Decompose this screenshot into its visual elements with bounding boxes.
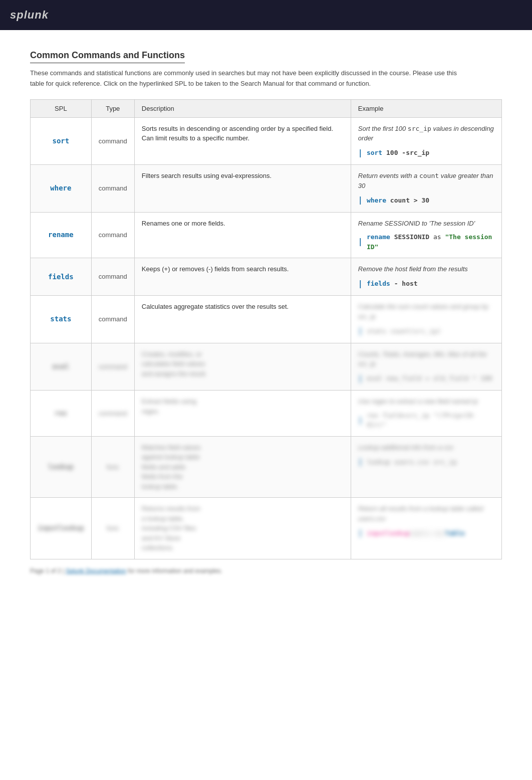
example-rename: Rename SESSIONID to 'The session ID' | r… xyxy=(351,212,501,258)
spl-fields[interactable]: fields xyxy=(31,258,92,296)
spl-rename[interactable]: rename xyxy=(31,212,92,258)
type-rename: command xyxy=(91,212,134,258)
type-where: command xyxy=(91,165,134,213)
example-inputlookup: Return all results from a lookup table c… xyxy=(351,498,501,559)
table-row: stats command Calculates aggregate stati… xyxy=(31,296,502,343)
spl-lookup[interactable]: lookup xyxy=(31,436,92,498)
table-row: lookup func Matches field values against… xyxy=(31,436,502,498)
table-row: inputlookup func Returns results from a … xyxy=(31,498,502,559)
type-eval: command xyxy=(91,343,134,391)
col-header-type: Type xyxy=(91,99,134,117)
table-row: fields command Keeps (+) or removes (-) … xyxy=(31,258,502,296)
desc-sort: Sorts results in descending or ascending… xyxy=(134,117,351,165)
desc-where: Filters search results using eval-expres… xyxy=(134,165,351,213)
desc-rename: Renames one or more fields. xyxy=(134,212,351,258)
spl-eval[interactable]: eval xyxy=(31,343,92,391)
table-row: sort command Sorts results in descending… xyxy=(31,117,502,165)
example-fields: Remove the host field from the results |… xyxy=(351,258,501,296)
spl-stats[interactable]: stats xyxy=(31,296,92,343)
table-row: rex command Extract fields using regex. … xyxy=(31,391,502,437)
example-stats: Calculate the sum count values and group… xyxy=(351,296,501,343)
type-sort: command xyxy=(91,117,134,165)
footer-note: Page 1 of 2 | Splunk Documentation for m… xyxy=(30,567,502,574)
example-sort: Sort the first 100 src_ip values in desc… xyxy=(351,117,501,165)
example-where: Return events with a count value greater… xyxy=(351,165,501,213)
type-stats: command xyxy=(91,296,134,343)
col-header-description: Description xyxy=(134,99,351,117)
desc-inputlookup: Returns results from a lookup table, inc… xyxy=(134,498,351,559)
spl-sort[interactable]: sort xyxy=(31,117,92,165)
main-content: Common Commands and Functions These comm… xyxy=(0,30,532,605)
header: splunk xyxy=(0,0,532,30)
desc-lookup: Matches field values against lookup tabl… xyxy=(134,436,351,498)
spl-inputlookup[interactable]: inputlookup xyxy=(31,498,92,559)
footer-link[interactable]: Splunk Documentation xyxy=(66,567,126,574)
table-row: eval command Creates, modifies, or calcu… xyxy=(31,343,502,391)
type-lookup: func xyxy=(91,436,134,498)
table-row: where command Filters search results usi… xyxy=(31,165,502,213)
type-fields: command xyxy=(91,258,134,296)
example-eval: Counts, Totals, Averages, Min, Max of al… xyxy=(351,343,501,391)
desc-eval: Creates, modifies, or calculates field v… xyxy=(134,343,351,391)
spl-rex[interactable]: rex xyxy=(31,391,92,437)
page-title: Common Commands and Functions xyxy=(30,50,185,63)
example-lookup: Lookup additional info from a csv | look… xyxy=(351,436,501,498)
footer-text: Page 1 of 2 | xyxy=(30,567,66,574)
desc-fields: Keeps (+) or removes (-) fields from sea… xyxy=(134,258,351,296)
desc-stats: Calculates aggregate statistics over the… xyxy=(134,296,351,343)
col-header-example: Example xyxy=(351,99,501,117)
page-description: These commands and statistical functions… xyxy=(30,68,466,89)
spl-where[interactable]: where xyxy=(31,165,92,213)
type-inputlookup: func xyxy=(91,498,134,559)
example-rex: Use regex to extract a new field named i… xyxy=(351,391,501,437)
type-rex: command xyxy=(91,391,134,437)
table-row: rename command Renames one or more field… xyxy=(31,212,502,258)
commands-table: SPL Type Description Example sort comman… xyxy=(30,99,502,559)
logo-text: splunk xyxy=(10,9,49,21)
desc-rex: Extract fields using regex. xyxy=(134,391,351,437)
col-header-spl: SPL xyxy=(31,99,92,117)
footer-suffix: for more information and examples. xyxy=(128,567,222,574)
logo: splunk xyxy=(10,9,49,22)
